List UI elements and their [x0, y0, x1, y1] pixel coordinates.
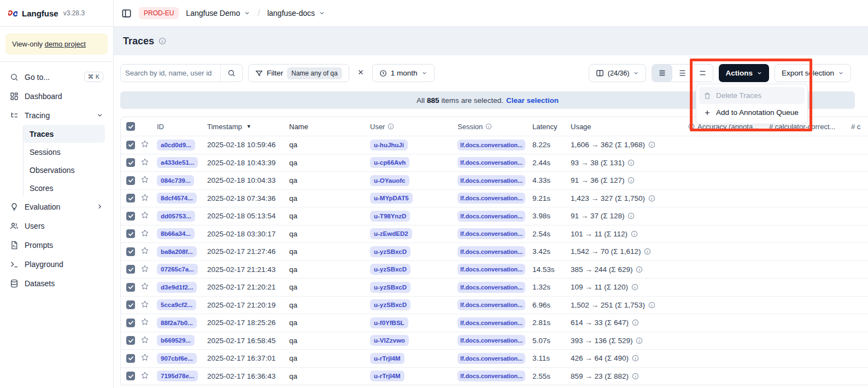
- org-switcher[interactable]: Langfuse Demo: [186, 9, 250, 18]
- usage-info-icon[interactable]: [631, 230, 638, 238]
- sidebar-toggle-icon[interactable]: [121, 8, 132, 19]
- search-input[interactable]: [121, 69, 220, 77]
- usage-info-icon[interactable]: [636, 337, 643, 344]
- usage-info-icon[interactable]: [631, 283, 638, 291]
- select-all-checkbox[interactable]: [126, 122, 135, 131]
- sidebar-item-dashboard[interactable]: Dashboard: [5, 86, 108, 106]
- row-checkbox[interactable]: [126, 247, 135, 256]
- trace-id-badge[interactable]: a433de51...: [157, 157, 198, 168]
- header-name[interactable]: Name: [285, 123, 366, 131]
- table-row[interactable]: 084c739...2025-02-18 10:04:33qau-OYauofc…: [121, 171, 868, 189]
- menu-item-delete-traces[interactable]: Delete Traces: [699, 87, 805, 104]
- row-checkbox[interactable]: [126, 283, 135, 292]
- usage-info-icon[interactable]: [648, 141, 655, 148]
- star-button[interactable]: [140, 353, 149, 363]
- sidebar-item-evaluation[interactable]: Evaluation: [5, 197, 108, 216]
- star-button[interactable]: [140, 211, 149, 221]
- row-checkbox[interactable]: [126, 372, 135, 380]
- sidebar-item-traces[interactable]: Traces: [23, 125, 105, 143]
- header-user[interactable]: User: [366, 123, 453, 131]
- session-id-badge[interactable]: lf.docs.conversation...: [458, 317, 525, 328]
- row-height-large-button[interactable]: [693, 65, 713, 82]
- sidebar-item-playground[interactable]: Playground: [5, 254, 108, 274]
- usage-info-icon[interactable]: [644, 248, 651, 255]
- user-id-badge[interactable]: u-cp66Avh: [370, 157, 409, 168]
- actions-button[interactable]: Actions: [719, 64, 769, 82]
- session-id-badge[interactable]: lf.docs.conversation...: [458, 228, 525, 239]
- session-id-badge[interactable]: lf.docs.conversation...: [458, 282, 525, 293]
- trace-id-badge[interactable]: d3e9d1f2...: [157, 282, 197, 293]
- sidebar-item-scores[interactable]: Scores: [23, 179, 105, 197]
- star-button[interactable]: [140, 264, 149, 275]
- trace-id-badge[interactable]: 7195d78e...: [157, 370, 198, 381]
- sidebar-item-sessions[interactable]: Sessions: [23, 143, 105, 161]
- row-checkbox[interactable]: [126, 212, 135, 221]
- star-button[interactable]: [140, 175, 149, 186]
- session-id-badge[interactable]: lf.docs.conversation...: [458, 370, 525, 381]
- session-id-badge[interactable]: lf.docs.conversation...: [458, 175, 525, 186]
- session-id-badge[interactable]: lf.docs.conversation...: [458, 335, 525, 346]
- session-id-badge[interactable]: lf.docs.conversation...: [458, 211, 525, 222]
- sidebar-item-datasets[interactable]: Datasets: [5, 274, 108, 293]
- row-height-small-button[interactable]: [652, 65, 672, 82]
- header-id[interactable]: ID: [153, 123, 203, 131]
- row-checkbox[interactable]: [126, 265, 135, 274]
- table-row[interactable]: ba8a208f...2025-02-17 21:27:46qau-yzSBxc…: [121, 242, 868, 260]
- sidebar-item-observations[interactable]: Observations: [23, 161, 105, 179]
- table-row[interactable]: a0cd0d9...2025-02-18 10:59:46qau-huJhuJi…: [121, 136, 868, 154]
- session-id-badge[interactable]: lf.docs.conversation...: [458, 140, 525, 150]
- trace-id-badge[interactable]: 5cca9cf2...: [157, 299, 196, 310]
- user-id-badge[interactable]: u-huJhuJi: [370, 140, 408, 150]
- row-checkbox[interactable]: [126, 141, 135, 149]
- search-submit-button[interactable]: [220, 65, 242, 82]
- user-id-badge[interactable]: u-zEwdED2: [370, 228, 412, 239]
- usage-info-icon[interactable]: [632, 355, 639, 362]
- row-checkbox[interactable]: [126, 229, 135, 238]
- columns-button[interactable]: (24/36): [589, 64, 647, 82]
- trace-id-badge[interactable]: 07265c7a...: [157, 264, 198, 275]
- session-id-badge[interactable]: lf.docs.conversation...: [458, 299, 525, 310]
- user-id-badge[interactable]: u-OYauofc: [370, 175, 409, 186]
- star-button[interactable]: [140, 317, 149, 328]
- session-id-badge[interactable]: lf.docs.conversation...: [458, 353, 525, 364]
- star-button[interactable]: [140, 300, 149, 310]
- row-checkbox[interactable]: [126, 194, 135, 202]
- star-button[interactable]: [140, 229, 149, 239]
- table-row[interactable]: d3e9d1f2...2025-02-17 21:20:21qau-yzSBxc…: [121, 278, 868, 296]
- table-row[interactable]: 907cbf6e...2025-02-17 16:37:01qau-rTrjl4…: [121, 349, 868, 367]
- usage-info-icon[interactable]: [648, 195, 655, 202]
- star-button[interactable]: [140, 193, 149, 204]
- user-id-badge[interactable]: u-yzSBxcD: [370, 246, 410, 257]
- usage-info-icon[interactable]: [632, 373, 639, 380]
- star-button[interactable]: [140, 246, 149, 257]
- table-row[interactable]: 07265c7a...2025-02-17 21:21:43qau-yzSBxc…: [121, 260, 868, 279]
- trace-id-badge[interactable]: b669529...: [157, 335, 195, 346]
- usage-info-icon[interactable]: [648, 302, 655, 309]
- header-session[interactable]: Session: [453, 123, 528, 131]
- table-row[interactable]: dd05753...2025-02-18 05:13:54qau-T98YnzD…: [121, 207, 868, 225]
- demo-project-link[interactable]: demo project: [45, 40, 86, 48]
- project-switcher[interactable]: langfuse-docs: [267, 9, 325, 18]
- row-checkbox[interactable]: [126, 318, 135, 327]
- user-id-badge[interactable]: u-MYpDAT5: [370, 193, 413, 204]
- star-button[interactable]: [140, 335, 149, 346]
- row-checkbox[interactable]: [126, 300, 135, 309]
- usage-info-icon[interactable]: [627, 177, 635, 184]
- user-id-badge[interactable]: u-rTrjl4M: [370, 370, 404, 381]
- table-row[interactable]: 8dcf4574...2025-02-18 07:34:36qau-MYpDAT…: [121, 189, 868, 207]
- user-id-badge[interactable]: u-yzSBxcD: [370, 264, 410, 275]
- menu-item-add-annotation-queue[interactable]: Add to Annotation Queue: [699, 104, 805, 121]
- usage-info-icon[interactable]: [632, 319, 639, 326]
- sidebar-item-prompts[interactable]: Prompts: [5, 235, 108, 254]
- filter-button[interactable]: Filter Name any of qa: [248, 64, 349, 82]
- star-button[interactable]: [140, 140, 149, 150]
- clear-filter-button[interactable]: [355, 68, 367, 78]
- user-id-badge[interactable]: u-yzSBxcD: [370, 299, 410, 310]
- user-id-badge[interactable]: u-f0YfBSL: [370, 317, 408, 328]
- trace-id-badge[interactable]: 88f2a7b0...: [157, 317, 197, 328]
- header-usage[interactable]: Usage: [566, 123, 684, 131]
- sidebar-item-users[interactable]: Users: [5, 216, 108, 235]
- trace-id-badge[interactable]: dd05753...: [157, 211, 195, 222]
- sidebar-item-goto[interactable]: Go to... ⌘ K: [5, 67, 108, 86]
- usage-info-icon[interactable]: [627, 212, 635, 219]
